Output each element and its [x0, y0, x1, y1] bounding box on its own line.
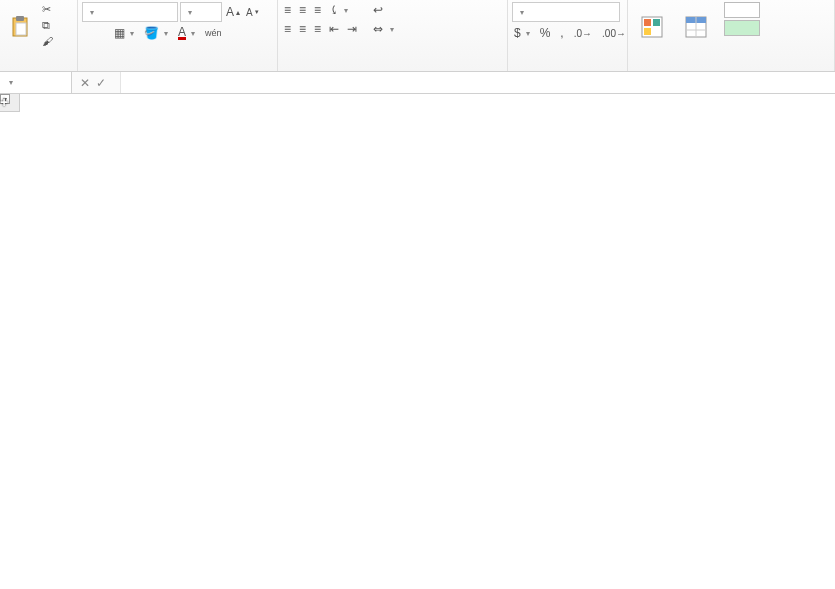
wrap-icon: ↩ [373, 3, 383, 17]
autofill-options-button[interactable]: ▾ [0, 94, 10, 104]
conditional-format-button[interactable] [632, 2, 672, 52]
group-label-clipboard [4, 68, 73, 70]
font-color-icon: A [178, 27, 186, 40]
spreadsheet-grid[interactable]: ▾ + [0, 94, 835, 589]
decrease-font-button[interactable]: A▾ [244, 6, 261, 19]
copy-icon: ⧉ [42, 19, 50, 32]
style-good[interactable] [724, 20, 760, 36]
paste-icon [10, 16, 30, 38]
font-color-button[interactable]: A [176, 26, 197, 41]
align-left-button[interactable]: ≡ [282, 21, 293, 37]
name-box[interactable] [0, 72, 72, 93]
merge-icon: ⇔ [373, 22, 383, 36]
italic-button[interactable] [92, 32, 96, 34]
percent-button[interactable]: % [538, 25, 553, 41]
style-normal[interactable] [724, 2, 760, 18]
increase-indent-button[interactable]: ⇥ [345, 21, 359, 37]
formula-input[interactable] [120, 72, 835, 93]
cut-button[interactable]: ✂ [40, 2, 57, 17]
align-bottom-button[interactable]: ≡ [312, 2, 323, 18]
bold-button[interactable] [82, 32, 86, 34]
bucket-icon: 🪣 [144, 26, 159, 40]
merge-center-button[interactable]: ⇔ [371, 21, 396, 37]
table-format-icon [685, 16, 707, 38]
brush-icon: 🖌 [42, 35, 53, 47]
border-icon: ▦ [114, 26, 125, 40]
group-label-font [82, 68, 273, 70]
number-format-select[interactable] [512, 2, 620, 22]
cancel-formula-button[interactable]: ✕ [80, 76, 90, 90]
align-middle-button[interactable]: ≡ [297, 2, 308, 18]
formula-bar: ✕ ✓ [0, 72, 835, 94]
increase-decimal-button[interactable]: .0→ [572, 27, 594, 40]
svg-rect-1 [16, 16, 24, 21]
decrease-decimal-button[interactable]: .00→ [600, 27, 628, 40]
font-name-select[interactable] [82, 2, 178, 22]
font-size-select[interactable] [180, 2, 222, 22]
fill-color-button[interactable]: 🪣 [142, 25, 170, 41]
border-button[interactable]: ▦ [112, 25, 136, 41]
svg-rect-2 [16, 23, 26, 35]
scissors-icon: ✂ [42, 3, 51, 16]
align-top-button[interactable]: ≡ [282, 2, 293, 18]
wrap-text-button[interactable]: ↩ [371, 2, 396, 18]
orientation-button[interactable]: ⤹ [327, 2, 350, 18]
increase-font-button[interactable]: A▴ [224, 4, 242, 20]
cond-format-icon [641, 16, 663, 38]
confirm-formula-button[interactable]: ✓ [96, 76, 106, 90]
svg-rect-4 [644, 19, 651, 26]
group-label-align [282, 68, 503, 70]
underline-button[interactable] [102, 32, 106, 34]
currency-button[interactable]: $ [512, 25, 532, 41]
format-painter-button[interactable]: 🖌 [40, 34, 57, 48]
align-center-button[interactable]: ≡ [297, 21, 308, 37]
group-label-number [512, 68, 623, 70]
paste-button[interactable] [4, 2, 36, 52]
decrease-indent-button[interactable]: ⇤ [327, 21, 341, 37]
align-right-button[interactable]: ≡ [312, 21, 323, 37]
svg-rect-6 [644, 28, 651, 35]
phonetic-button[interactable]: wén [203, 27, 224, 39]
svg-rect-5 [653, 19, 660, 26]
table-format-button[interactable] [676, 2, 716, 52]
copy-button[interactable]: ⧉ [40, 18, 57, 33]
ribbon: ✂ ⧉ 🖌 A▴ A▾ ▦ 🪣 A wén [0, 0, 835, 72]
comma-button[interactable]: , [558, 25, 565, 41]
group-label-styles [632, 68, 830, 70]
